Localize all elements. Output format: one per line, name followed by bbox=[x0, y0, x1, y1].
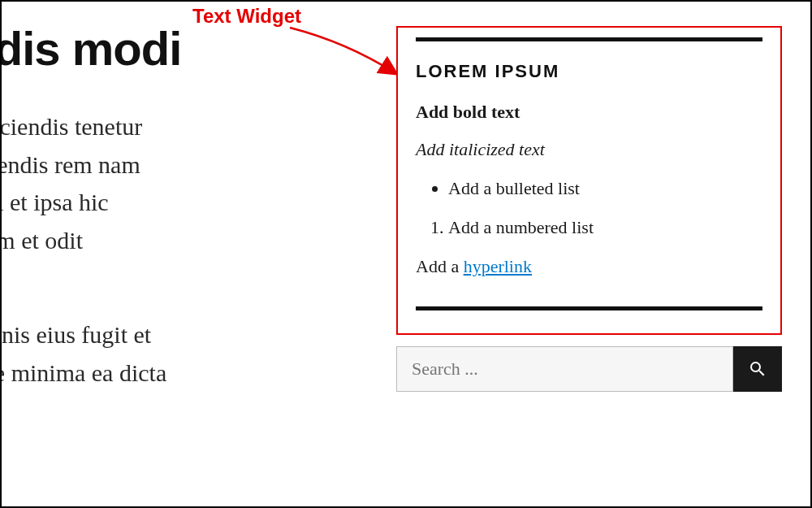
search-input[interactable] bbox=[396, 346, 733, 392]
widget-bold-text: Add bold text bbox=[416, 102, 762, 123]
search-button[interactable] bbox=[733, 346, 782, 392]
widget-hyperlink-line: Add a hyperlink bbox=[416, 256, 762, 277]
post-content: iendis modi uasi reiciendis tenetur m re… bbox=[0, 21, 351, 430]
widget-bullet-list: Add a bulleted list bbox=[448, 176, 762, 201]
post-line: m reiciendis rem nam bbox=[0, 151, 140, 178]
widget-title: LOREM IPSUM bbox=[416, 61, 762, 82]
post-line: n neque minima ea dicta bbox=[0, 359, 166, 386]
widget-italic-text: Add italicized text bbox=[416, 139, 762, 160]
widget-bottom-rule bbox=[416, 306, 762, 310]
text-widget: LOREM IPSUM Add bold text Add italicized… bbox=[396, 26, 782, 335]
link-prefix: Add a bbox=[416, 256, 464, 276]
screenshot-frame: iendis modi uasi reiciendis tenetur m re… bbox=[0, 0, 812, 508]
widget-hyperlink[interactable]: hyperlink bbox=[464, 256, 532, 276]
list-item: Add a bulleted list bbox=[448, 176, 762, 201]
annotation-label: Text Widget bbox=[192, 5, 301, 28]
search-icon bbox=[748, 359, 767, 379]
post-paragraph-1: uasi reiciendis tenetur m reiciendis rem… bbox=[0, 108, 351, 259]
post-line: e ut omnis eius fugit et bbox=[0, 321, 151, 348]
widget-numbered-list: Add a numbered list bbox=[448, 215, 762, 240]
post-line: luptatum et odit bbox=[0, 227, 83, 254]
post-line: otio qui et ipsa hic bbox=[0, 189, 109, 215]
post-paragraph-2: e ut omnis eius fugit et n neque minima … bbox=[0, 316, 351, 430]
search-widget bbox=[396, 346, 782, 392]
widget-top-rule bbox=[416, 37, 762, 41]
post-line: uasi reiciendis tenetur bbox=[0, 113, 142, 140]
sidebar: LOREM IPSUM Add bold text Add italicized… bbox=[396, 26, 782, 392]
post-title: iendis modi bbox=[0, 21, 351, 76]
list-item: Add a numbered list bbox=[448, 215, 762, 240]
